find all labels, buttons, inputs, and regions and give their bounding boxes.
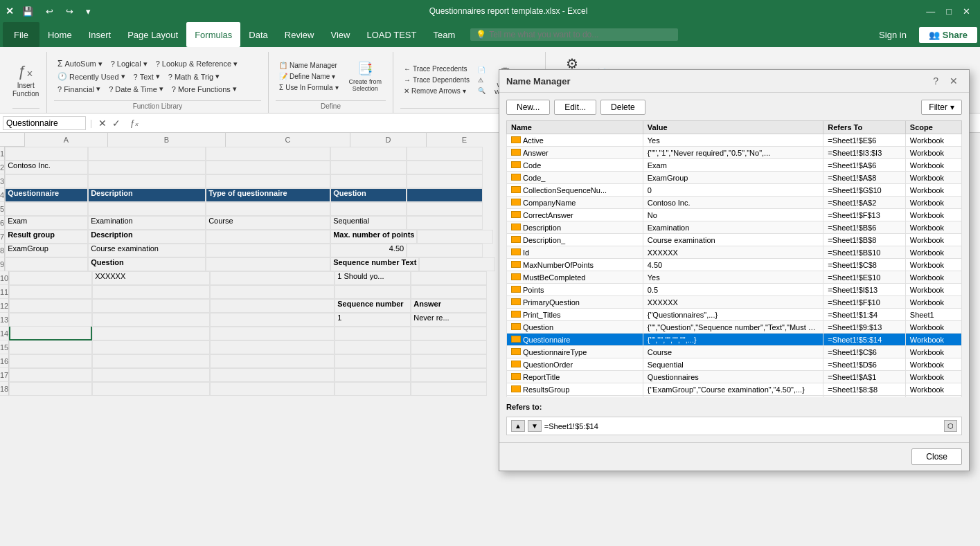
list-item[interactable]: Active Yes =Sheet1!$E$6 Workbook	[507, 134, 962, 147]
close-dialog-button[interactable]: Close	[911, 448, 962, 465]
list-item[interactable]: SequenceNumber 1 =Sheet1!$C$10 Workbook	[507, 396, 962, 398]
content-area: A B C D E 1 2 Co	[0, 133, 980, 546]
list-item[interactable]: Points 0.5 =Sheet1!$I$13 Workbook	[507, 284, 962, 296]
name-manager-table-container[interactable]: Name Value Refers To Scope Active Yes	[506, 133, 962, 397]
list-item[interactable]: Question {"","Question","Sequence number…	[507, 321, 962, 334]
refers-to-bar: ▲ ▼ ⬡	[506, 417, 962, 435]
list-item[interactable]: MaxNumberOfPoints 4.50 =Sheet1!$C$8 Work…	[507, 259, 962, 271]
list-item[interactable]: Answer {"'","1","Never required","0.5","…	[507, 147, 962, 159]
dialog-footer: Close	[499, 442, 969, 471]
list-item-selected[interactable]: Questionnaire {"","","","","",...} =Shee…	[507, 334, 962, 346]
refers-collapse-button[interactable]: ▲	[511, 420, 525, 432]
list-item[interactable]: CorrectAnswer No =Sheet1!$F$13 Workbook	[507, 209, 962, 221]
dialog-overlay: Name Manager ? ✕ New... Edit... Delete	[0, 133, 980, 546]
list-item[interactable]: QuestionOrder Sequential =Sheet1!$D$6 Wo…	[507, 358, 962, 371]
refers-select-button[interactable]: ⬡	[944, 420, 957, 432]
list-item[interactable]: CompanyName Contoso Inc. =Sheet1!$A$2 Wo…	[507, 197, 962, 209]
name-manager-table: Name Value Refers To Scope Active Yes	[506, 133, 962, 397]
list-item[interactable]: PrimaryQuestion XXXXXX =Sheet1!$F$10 Wor…	[507, 296, 962, 309]
refers-to-label: Refers to:	[506, 403, 962, 411]
list-item[interactable]: Code_ ExamGroup =Sheet1!$A$8 Workbook	[507, 172, 962, 184]
dialog-body: New... Edit... Delete Filter ▾	[499, 133, 969, 442]
list-item[interactable]: Code Exam =Sheet1!$A$6 Workbook	[507, 159, 962, 172]
list-item[interactable]: ResultsGroup {"ExamGroup","Course examin…	[507, 383, 962, 396]
refers-to-input[interactable]	[544, 422, 941, 430]
list-item[interactable]: Description Examination =Sheet1!$B$6 Wor…	[507, 221, 962, 234]
name-manager-dialog: Name Manager ? ✕ New... Edit... Delete	[499, 133, 970, 471]
list-item[interactable]: QuestionnaireType Course =Sheet1!$C$6 Wo…	[507, 346, 962, 358]
list-item[interactable]: Id XXXXXX =Sheet1!$B$10 Workbook	[507, 246, 962, 259]
list-item[interactable]: CollectionSequenceNu... 0 =Sheet1!$G$10 …	[507, 184, 962, 197]
refers-to-section: Refers to: ▲ ▼ ⬡	[506, 403, 962, 435]
list-item[interactable]: MustBeCompleted Yes =Sheet1!$E$10 Workbo…	[507, 271, 962, 284]
list-item[interactable]: Print_Titles {"Questionnaires",...} =She…	[507, 309, 962, 321]
refers-expand-button[interactable]: ▼	[528, 420, 542, 432]
list-item[interactable]: Description_ Course examination =Sheet1!…	[507, 234, 962, 246]
app-body: A B C D E 1 2 Co	[0, 133, 980, 546]
list-item[interactable]: ReportTitle Questionnaires =Sheet1!$A$1 …	[507, 371, 962, 383]
